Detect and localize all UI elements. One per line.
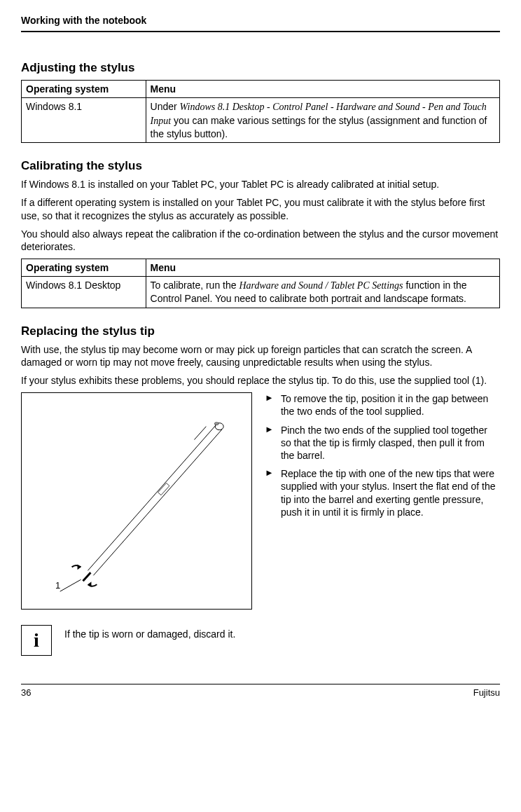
paragraph: With use, the stylus tip may become worn… <box>21 343 500 369</box>
page-header: Working with the notebook <box>21 14 500 32</box>
svg-line-9 <box>60 580 81 592</box>
paragraph: If Windows 8.1 is installed on your Tabl… <box>21 178 500 191</box>
step-text: Pinch the two ends of the supplied tool … <box>281 424 500 462</box>
step-arrow-icon: ► <box>265 392 274 418</box>
svg-line-1 <box>93 429 222 576</box>
page-footer: 36 Fujitsu <box>21 684 500 699</box>
table-cell-os: Windows 8.1 Desktop <box>22 277 146 308</box>
step-text: Replace the tip with one of the new tips… <box>281 467 500 518</box>
table-cell-os: Windows 8.1 <box>22 98 146 143</box>
table-header-menu: Menu <box>146 259 499 277</box>
step-arrow-icon: ► <box>265 424 274 462</box>
paragraph: If your stylus exhibits these problems, … <box>21 374 500 387</box>
instruction-step: ► To remove the tip, position it in the … <box>265 392 500 418</box>
svg-marker-8 <box>88 582 91 588</box>
instruction-step: ► Pinch the two ends of the supplied too… <box>265 424 500 462</box>
table-cell-menu: Under Windows 8.1 Desktop - Control Pane… <box>146 98 499 143</box>
table-header-menu: Menu <box>146 81 499 98</box>
section-heading-adjusting: Adjusting the stylus <box>21 60 500 76</box>
svg-point-3 <box>214 422 218 425</box>
svg-line-6 <box>83 573 90 582</box>
svg-line-4 <box>194 427 206 440</box>
table-cell-menu: To calibrate, run the Hardware and Sound… <box>146 277 499 308</box>
step-arrow-icon: ► <box>265 467 274 518</box>
adjusting-table: Operating system Menu Windows 8.1 Under … <box>21 80 500 143</box>
calibrating-table: Operating system Menu Windows 8.1 Deskto… <box>21 259 500 308</box>
instruction-step: ► Replace the tip with one of the new ti… <box>265 467 500 518</box>
paragraph: You should also always repeat the calibr… <box>21 228 500 253</box>
svg-marker-7 <box>78 565 81 570</box>
footer-brand: Fujitsu <box>473 687 500 699</box>
step-text: To remove the tip, position it in the ga… <box>281 392 500 418</box>
info-text: If the tip is worn or damaged, discard i… <box>64 625 235 640</box>
illustration-label-1: 1 <box>55 580 60 592</box>
section-heading-replacing: Replacing the stylus tip <box>21 324 500 339</box>
table-header-os: Operating system <box>22 81 146 98</box>
stylus-illustration: 1 <box>21 392 252 610</box>
section-heading-calibrating: Calibrating the stylus <box>21 158 500 174</box>
stylus-drawing <box>22 393 251 609</box>
svg-line-0 <box>88 425 216 571</box>
info-note: i If the tip is worn or damaged, discard… <box>21 625 500 656</box>
paragraph: If a different operating system is insta… <box>21 196 500 221</box>
page-number: 36 <box>21 687 31 699</box>
table-header-os: Operating system <box>22 259 146 277</box>
info-icon: i <box>21 625 52 656</box>
